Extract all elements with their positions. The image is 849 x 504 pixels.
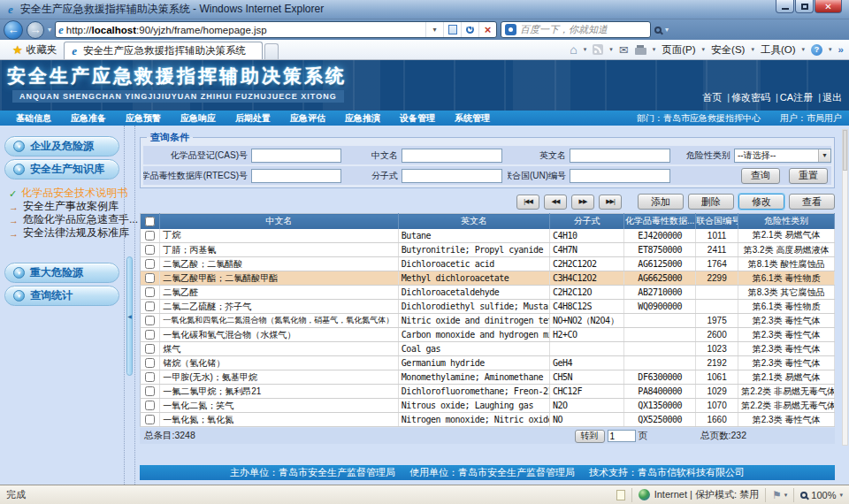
stop-button[interactable]: × (478, 22, 496, 37)
row-checkbox[interactable] (145, 273, 155, 283)
row-checkbox[interactable] (145, 330, 155, 340)
address-dropdown-icon[interactable]: ▾ (425, 22, 443, 37)
search-dropdown-icon[interactable]: ▾ (665, 26, 669, 34)
table-header-cell[interactable]: 危险性类别 (738, 214, 835, 229)
sidebar-group-query-stats[interactable]: ▾ 查询统计 (4, 286, 119, 306)
nav-menu-item[interactable]: 应急响应 (172, 112, 225, 125)
table-row[interactable]: 二氯二乙硫醚；芥子气 Dichlorodiethyl sulfide; Must… (141, 300, 835, 314)
table-row[interactable]: 丁腈；丙基氰 Butyronitrile; Propyl cyanide C4H… (141, 243, 835, 257)
maximize-button[interactable] (795, 0, 814, 13)
table-row[interactable]: 锗烷（氢化锗） Germanium hydride GeH4 2192 第2.3… (141, 356, 835, 370)
nav-menu-item[interactable]: 应急准备 (62, 112, 115, 125)
row-checkbox[interactable] (145, 401, 155, 410)
help-caret[interactable]: ▾ (829, 46, 832, 53)
row-checkbox[interactable] (145, 358, 155, 368)
home-dropdown-icon[interactable]: ▾ (584, 46, 587, 53)
nav-menu-item[interactable]: 后期处置 (226, 112, 279, 125)
menu-tools[interactable]: 工具(O) (761, 43, 796, 57)
hazard-class-select[interactable]: --请选择-- ▼ (734, 149, 831, 163)
row-checkbox[interactable] (145, 372, 155, 382)
splitter-collapse-handle[interactable]: ◀ (126, 256, 133, 376)
forward-button[interactable]: → (27, 21, 44, 39)
row-checkbox[interactable] (145, 415, 155, 424)
print-dropdown-icon[interactable]: ▾ (653, 46, 656, 53)
print-icon[interactable] (635, 48, 646, 55)
table-header-cell[interactable]: 英文名 (398, 214, 549, 229)
scrollbar-thumb[interactable] (843, 130, 847, 171)
table-row[interactable]: 一氧化氮和四氧化二氮混合物（氮氧化物，硝基气，氧化氮气体） Nitric oxi… (141, 314, 835, 328)
history-dropdown-icon[interactable]: ▾ (48, 26, 51, 34)
first-page-button[interactable]: |◀◀ (516, 195, 539, 210)
sidebar-item[interactable]: 危险化学品应急速查手... (9, 213, 124, 226)
table-header-cell[interactable]: 分子式 (549, 214, 624, 229)
nav-menu-item[interactable]: 设备管理 (391, 112, 444, 125)
table-row[interactable]: 二氯乙酸甲酯；二氯醋酸甲酯 Methyl dichloroacetate C3H… (141, 271, 835, 286)
prev-page-button[interactable]: ◀◀ (544, 195, 567, 210)
view-button[interactable]: 查看 (789, 194, 835, 210)
row-checkbox[interactable] (145, 231, 155, 241)
row-checkbox[interactable] (145, 386, 155, 396)
favorites-button[interactable]: ★ 收藏夹 (5, 40, 64, 59)
row-checkbox[interactable] (145, 344, 155, 354)
last-page-button[interactable]: ▶▶| (599, 195, 622, 210)
mail-icon[interactable]: ✉ (619, 44, 629, 56)
table-row[interactable]: 一甲胺(无水)；氨基甲烷 Monomethylamine; Aminometha… (141, 370, 835, 385)
browser-tab[interactable]: e 安全生产应急救援指挥辅助决策系统 (64, 42, 263, 59)
row-checkbox[interactable] (145, 302, 155, 311)
sidebar-item[interactable]: 安全生产事故案例库 (9, 200, 124, 213)
table-row[interactable]: 丁烷 Butane C4H10 EJ4200000 1011 第2.1类 易燃气… (141, 229, 835, 243)
table-row[interactable]: 二氯乙酸；二氯醋酸 Dichloroacetic acid C2H2C12O2 … (141, 257, 835, 271)
table-row[interactable]: 煤气 Coal gas 1023 第2.3类 毒性气体 (141, 342, 835, 356)
vertical-scrollbar[interactable] (842, 129, 848, 446)
banner-link[interactable]: 首页 (702, 91, 722, 104)
table-header-cell[interactable]: 化学品毒性数据... (624, 214, 696, 229)
cas-input[interactable] (251, 149, 341, 163)
banner-link[interactable]: CA注册 (770, 91, 813, 104)
new-tab-button[interactable] (264, 43, 279, 59)
refresh-button[interactable] (461, 22, 478, 37)
sidebar-group-knowledge[interactable]: ▾ 安全生产知识库 (4, 159, 119, 179)
row-checkbox[interactable] (145, 245, 155, 255)
sidebar-item[interactable]: 化学品安全技术说明书 (9, 187, 124, 200)
en-name-input[interactable] (570, 149, 670, 163)
nav-menu-item[interactable]: 应急预警 (117, 112, 170, 125)
table-row[interactable]: 一氧化氮；氧化氮 Nitrogen monoxide; Nitric oxide… (141, 413, 835, 427)
protected-mode-icon[interactable]: ⚑ (772, 490, 782, 500)
address-field[interactable]: e http://localhost:90/yjzh/frame/homepag… (55, 21, 497, 38)
rss-dropdown-icon[interactable]: ▾ (609, 46, 613, 53)
search-button[interactable]: 查询 (741, 168, 780, 184)
nav-menu-item[interactable]: 系统管理 (446, 112, 499, 125)
un-number-input[interactable] (570, 169, 670, 183)
url-text[interactable]: http://localhost:90/yjzh/frame/homepage.… (66, 25, 425, 35)
select-all-checkbox[interactable] (145, 217, 155, 226)
formula-input[interactable] (402, 169, 502, 183)
home-icon[interactable]: ⌂ (570, 43, 577, 56)
next-page-button[interactable]: ▶▶ (571, 195, 594, 210)
banner-link[interactable]: 修改密码 (722, 91, 770, 104)
sidebar-group-enterprise[interactable]: ▾ 企业及危险源 (4, 136, 119, 157)
table-header-cell[interactable]: 中文名 (160, 214, 399, 229)
menu-safety-caret[interactable]: ▾ (751, 46, 754, 53)
table-row[interactable]: 一氟二氯甲烷；氟利昂21 Dichlorofluoromethane; Freo… (141, 385, 835, 399)
menu-page-caret[interactable]: ▾ (702, 46, 706, 53)
back-button[interactable]: ← (4, 20, 23, 40)
row-checkbox[interactable] (145, 287, 155, 297)
goto-page-button[interactable]: 转到 (575, 430, 605, 443)
nav-menu-item[interactable]: 应急推演 (336, 112, 389, 125)
row-checkbox[interactable] (145, 259, 155, 269)
delete-button[interactable]: 删除 (688, 194, 734, 210)
close-button[interactable]: ✕ (815, 0, 842, 13)
table-row[interactable]: 一氧化碳和氢气混合物（水煤气） Carbon monoxide and hydr… (141, 328, 835, 342)
nav-menu-item[interactable]: 基础信息 (7, 112, 60, 125)
modify-button[interactable]: 修改 (738, 194, 784, 210)
menu-safety[interactable]: 安全(S) (711, 43, 745, 57)
banner-link[interactable]: 退出 (813, 91, 842, 104)
row-checkbox[interactable] (145, 316, 155, 325)
compatibility-view-icon[interactable] (443, 22, 461, 37)
goto-page-input[interactable] (608, 430, 636, 442)
help-icon[interactable]: ? (811, 44, 822, 56)
search-input[interactable]: 百度一下，你就知道 (501, 21, 651, 38)
rss-icon[interactable] (593, 44, 603, 55)
menu-page[interactable]: 页面(P) (662, 43, 695, 57)
overflow-chevrons-icon[interactable]: » (838, 44, 844, 55)
